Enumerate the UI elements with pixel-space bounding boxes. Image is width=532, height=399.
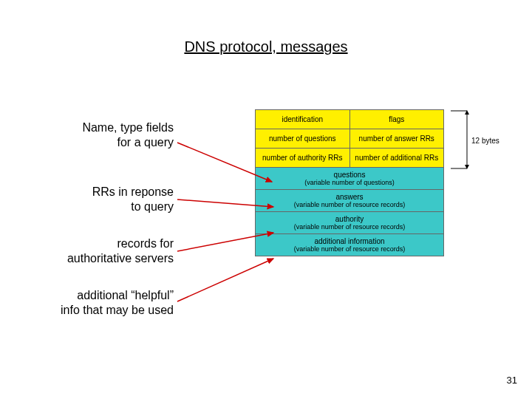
header-row-1: identification flags (256, 110, 443, 129)
label-answer-rrs: RRs in reponse to query (44, 185, 174, 214)
cell-num-additional-rrs: number of additional RRs (349, 149, 444, 167)
cell-sub: (variable number of resource records) (294, 245, 406, 253)
cell-sub: (variable number of questions) (304, 179, 395, 186)
page-number: 31 (507, 375, 517, 386)
label-line: authoritative servers (67, 252, 174, 265)
dns-message-diagram: identification flags number of questions… (255, 109, 444, 256)
label-line: for a query (117, 136, 174, 149)
header-row-2: number of questions number of answer RRs (256, 129, 443, 149)
body-authority: authority (variable number of resource r… (256, 212, 443, 234)
cell-flags: flags (349, 110, 444, 129)
label-line: RRs in reponse (92, 185, 174, 198)
side-caption-12bytes: 12 bytes (471, 137, 499, 145)
cell-main: questions (334, 171, 366, 179)
cell-questions: questions (variable number of questions) (256, 168, 443, 189)
label-line: records for (117, 237, 174, 250)
label-additional-info: additional “helpful” info that may be us… (22, 288, 174, 318)
header-row-3: number of authority RRs number of additi… (256, 149, 443, 168)
cell-additional: additional information (variable number … (256, 234, 443, 256)
label-query-fields: Name, type fields for a query (44, 120, 174, 150)
cell-sub: (variable number of resource records) (294, 223, 406, 231)
label-line: Name, type fields (82, 121, 174, 134)
label-line: additional “helpful” (77, 289, 174, 301)
cell-authority: authority (variable number of resource r… (256, 212, 443, 233)
label-authority-records: records for authoritative servers (22, 236, 174, 266)
cell-num-authority-rrs: number of authority RRs (256, 149, 349, 167)
label-line: info that may be used (61, 304, 174, 316)
body-additional: additional information (variable number … (256, 234, 443, 256)
cell-main: answers (335, 193, 363, 201)
label-line: to query (131, 200, 174, 213)
body-answers: answers (variable number of resource rec… (256, 190, 443, 212)
arrow-to-additional (177, 259, 273, 301)
slide-title: DNS protocol, messages (0, 38, 532, 55)
cell-identification: identification (256, 110, 349, 129)
cell-num-questions: number of questions (256, 129, 349, 148)
cell-num-answer-rrs: number of answer RRs (349, 129, 444, 148)
cell-main: additional information (314, 237, 384, 245)
cell-sub: (variable number of resource records) (294, 201, 406, 208)
body-questions: questions (variable number of questions) (256, 168, 443, 190)
cell-main: authority (335, 215, 364, 223)
cell-answers: answers (variable number of resource rec… (256, 190, 443, 211)
